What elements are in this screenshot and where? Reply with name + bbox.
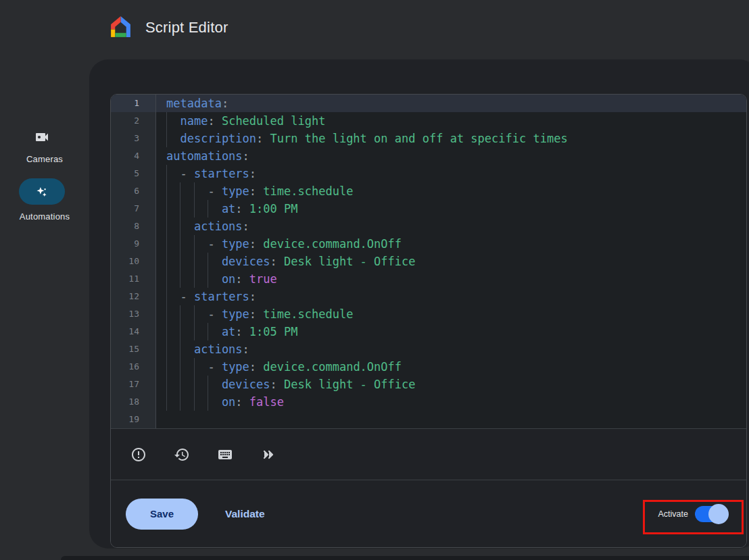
code-line[interactable]: 5- starters: bbox=[111, 165, 746, 182]
line-number: 9 bbox=[111, 235, 156, 253]
editor-footer: Save Validate Activate bbox=[111, 480, 746, 547]
indent-guides bbox=[166, 130, 180, 147]
toggle-thumb bbox=[708, 504, 729, 524]
code-content: - type: device.command.OnOff bbox=[156, 358, 746, 376]
page-title: Script Editor bbox=[145, 19, 228, 36]
code-line[interactable]: 10devices: Desk light - Office bbox=[111, 253, 746, 270]
line-number: 16 bbox=[111, 358, 156, 376]
indent-guides bbox=[166, 235, 208, 253]
code-line[interactable]: 15actions: bbox=[111, 340, 746, 358]
keyboard-icon[interactable] bbox=[217, 447, 233, 463]
code-line[interactable]: 17devices: Desk light - Office bbox=[111, 376, 746, 393]
sidebar: Cameras Automations bbox=[0, 59, 89, 560]
problems-icon[interactable] bbox=[130, 447, 147, 463]
code-content: name: Scheduled light bbox=[156, 112, 746, 130]
code-line[interactable]: 13- type: time.schedule bbox=[111, 305, 746, 323]
indent-guides bbox=[166, 218, 194, 235]
line-number: 6 bbox=[111, 182, 156, 200]
code-content: - starters: bbox=[156, 165, 746, 182]
indent-guides bbox=[166, 376, 222, 393]
editor-toolbar bbox=[111, 428, 746, 480]
indent-guides bbox=[166, 182, 208, 200]
line-number: 15 bbox=[111, 340, 156, 358]
code-content: - type: time.schedule bbox=[156, 182, 746, 200]
indent-guides bbox=[166, 340, 194, 358]
code-content: at: 1:05 PM bbox=[156, 323, 746, 340]
line-number: 12 bbox=[111, 288, 156, 305]
activate-label: Activate bbox=[658, 509, 688, 519]
indent-guides bbox=[166, 253, 222, 270]
code-content: - type: time.schedule bbox=[156, 305, 746, 323]
sidebar-item-label: Automations bbox=[0, 211, 89, 222]
line-number: 14 bbox=[111, 323, 156, 340]
code-content: actions: bbox=[156, 218, 746, 235]
script-editor-box: 1metadata:2name: Scheduled light3descrip… bbox=[110, 94, 747, 548]
code-content: at: 1:00 PM bbox=[156, 200, 746, 218]
indent-guides bbox=[166, 270, 222, 288]
code-line[interactable]: 6- type: time.schedule bbox=[111, 182, 746, 200]
line-number: 13 bbox=[111, 305, 156, 323]
line-number: 18 bbox=[111, 393, 156, 411]
selected-nav-pill[interactable] bbox=[19, 178, 65, 205]
line-number: 8 bbox=[111, 218, 156, 235]
code-content: - starters: bbox=[156, 288, 746, 305]
code-content: - type: device.command.OnOff bbox=[156, 235, 746, 253]
code-line[interactable]: 14at: 1:05 PM bbox=[111, 323, 746, 340]
line-number: 5 bbox=[111, 165, 156, 182]
history-icon[interactable] bbox=[174, 447, 190, 463]
code-line[interactable]: 18on: false bbox=[111, 393, 746, 411]
save-button[interactable]: Save bbox=[126, 499, 198, 530]
window-bottom-edge bbox=[61, 556, 749, 560]
indent-guides bbox=[166, 393, 222, 411]
indent-guides bbox=[166, 112, 180, 130]
code-content: devices: Desk light - Office bbox=[156, 253, 746, 270]
line-number: 2 bbox=[111, 112, 156, 130]
sparkle-icon bbox=[35, 185, 49, 199]
code-content: metadata: bbox=[156, 95, 746, 112]
line-number: 17 bbox=[111, 376, 156, 393]
code-line[interactable]: 19 bbox=[111, 411, 746, 428]
code-content: automations: bbox=[156, 147, 746, 165]
video-camera-icon bbox=[34, 129, 50, 145]
code-line[interactable]: 4automations: bbox=[111, 147, 746, 165]
code-line[interactable]: 9- type: device.command.OnOff bbox=[111, 235, 746, 253]
validate-button[interactable]: Validate bbox=[225, 508, 265, 520]
code-lines[interactable]: 1metadata:2name: Scheduled light3descrip… bbox=[111, 95, 746, 428]
line-number: 19 bbox=[111, 411, 156, 428]
code-content: on: false bbox=[156, 393, 746, 411]
google-home-logo-icon bbox=[108, 15, 133, 40]
line-number: 4 bbox=[111, 147, 156, 165]
indent-guides bbox=[166, 288, 180, 305]
code-content: devices: Desk light - Office bbox=[156, 376, 746, 393]
indent-guides bbox=[166, 200, 222, 218]
indent-guides bbox=[166, 165, 180, 182]
indent-guides bbox=[166, 305, 208, 323]
code-content bbox=[156, 411, 746, 428]
code-content: actions: bbox=[156, 340, 746, 358]
line-number: 7 bbox=[111, 200, 156, 218]
line-number: 11 bbox=[111, 270, 156, 288]
sidebar-item-label: Cameras bbox=[0, 154, 89, 164]
line-number: 3 bbox=[111, 130, 156, 147]
line-number: 10 bbox=[111, 253, 156, 270]
activate-group: Activate bbox=[658, 506, 726, 522]
code-line[interactable]: 11on: true bbox=[111, 270, 746, 288]
code-line[interactable]: 1metadata: bbox=[111, 95, 746, 112]
indent-guides bbox=[166, 358, 208, 376]
code-line[interactable]: 8actions: bbox=[111, 218, 746, 235]
code-line[interactable]: 2name: Scheduled light bbox=[111, 112, 746, 130]
main-panel: 1metadata:2name: Scheduled light3descrip… bbox=[89, 59, 749, 549]
code-content: on: true bbox=[156, 270, 746, 288]
line-number: 1 bbox=[111, 95, 156, 112]
code-content: description: Turn the light on and off a… bbox=[156, 130, 746, 147]
code-line[interactable]: 7at: 1:00 PM bbox=[111, 200, 746, 218]
indent-guides bbox=[166, 323, 222, 340]
activate-toggle[interactable] bbox=[695, 506, 726, 522]
code-line[interactable]: 16- type: device.command.OnOff bbox=[111, 358, 746, 376]
code-line[interactable]: 12- starters: bbox=[111, 288, 746, 305]
double-arrow-icon[interactable] bbox=[260, 447, 276, 463]
app-header: Script Editor bbox=[0, 0, 749, 59]
code-line[interactable]: 3description: Turn the light on and off … bbox=[111, 130, 746, 147]
